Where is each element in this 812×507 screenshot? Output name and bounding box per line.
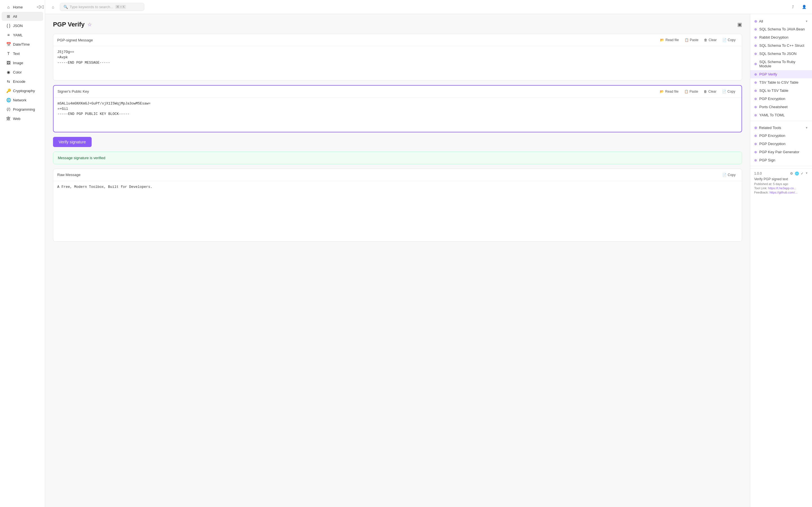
search-box[interactable]: 🔍 Type keywords to search... ⌘ + K — [60, 3, 144, 11]
signer-copy[interactable]: 📄 Copy — [720, 89, 738, 95]
layout-icon[interactable]: ▣ — [737, 21, 742, 27]
version-icon-3[interactable]: ✓ — [801, 172, 804, 175]
topbar-actions: ⤴ 👤 — [788, 3, 809, 11]
raw-message-copy[interactable]: 📄 Copy — [720, 172, 738, 178]
sidebar-item-web[interactable]: 🕸Web — [2, 114, 43, 123]
sidebar-item-datetime[interactable]: 📅Date/Time — [2, 40, 43, 49]
signer-clear[interactable]: 🗑 Clear — [702, 89, 719, 95]
read-file-icon: 📂 — [660, 38, 664, 42]
version-label: 1.0.0 — [754, 172, 762, 175]
read-file-label: Read file — [665, 38, 679, 42]
sidebar-label-home: Home — [13, 5, 23, 9]
sidebar-item-json[interactable]: { }JSON — [2, 21, 43, 30]
all-item[interactable]: ⊕SQL Schema To JSON — [750, 50, 812, 58]
related-item[interactable]: ⊕PGP Key Pair Generator — [750, 148, 812, 156]
signer-paste[interactable]: 📋 Paste — [682, 89, 701, 95]
sidebar-toggle[interactable]: ◁◁ — [37, 4, 43, 9]
related-section-header[interactable]: ⊕ Related Tools ▼ — [750, 123, 812, 131]
sidebar-item-yaml[interactable]: ≡YAML — [2, 31, 43, 40]
search-icon: 🔍 — [63, 5, 68, 9]
all-item[interactable]: ⊕PGP Verify — [750, 70, 812, 78]
all-section-header[interactable]: ⊕ All ▼ — [750, 16, 812, 25]
clear-icon: 🗑 — [704, 38, 707, 42]
pgp-message-panel: PGP-signed Message 📂 Read file 📋 Paste 🗑 — [53, 34, 742, 80]
feedback-label: Feedback: — [754, 191, 769, 194]
raw-message-actions: 📄 Copy — [720, 172, 738, 178]
pgp-message-header: PGP-signed Message 📂 Read file 📋 Paste 🗑 — [53, 34, 742, 46]
related-section-chevron: ▼ — [805, 126, 808, 129]
related-item-icon: ⊕ — [754, 150, 757, 154]
all-item-label: PGP Verify — [759, 72, 777, 76]
sidebar-item-programming[interactable]: ⟨/⟩Programming — [2, 105, 43, 114]
all-item[interactable]: ⊕Rabbit Decryption — [750, 33, 812, 41]
raw-message-label: Raw Message — [57, 173, 80, 177]
all-item[interactable]: ⊕PGP Encryption — [750, 95, 812, 103]
all-item[interactable]: ⊕YAML To TOML — [750, 111, 812, 119]
all-item-label: YAML To TOML — [759, 113, 784, 117]
all-item[interactable]: ⊕SQL Schema To C++ Struct — [750, 41, 812, 50]
tool-link[interactable]: https://t.he3app.co... — [768, 186, 797, 190]
raw-copy-label: Copy — [728, 173, 735, 177]
version-tool-link-row: Tool Link: https://t.he3app.co... — [754, 186, 808, 190]
signer-key-header: Signer's Public Key 📂 Read file 📋 Paste … — [54, 86, 742, 98]
version-icon-2[interactable]: 🌐 — [795, 172, 799, 175]
sidebar-icon-encode: ⇆ — [6, 79, 11, 83]
sidebar-label-color: Color — [13, 70, 22, 74]
related-item[interactable]: ⊕PGP Sign — [750, 156, 812, 164]
favorite-icon[interactable]: ☆ — [87, 21, 92, 27]
verify-button[interactable]: Verify signature — [53, 137, 92, 147]
all-item[interactable]: ⊕Ports Cheatsheet — [750, 103, 812, 111]
right-sidebar: ⊕ All ▼ ⊕SQL Schema To JAVA Bean⊕Rabbit … — [750, 14, 812, 507]
signer-read-file-icon: 📂 — [660, 90, 664, 94]
all-item-label: SQL Schema To C++ Struct — [759, 43, 804, 48]
user-button[interactable]: 👤 — [800, 3, 809, 11]
related-item[interactable]: ⊕PGP Decryption — [750, 140, 812, 148]
signer-key-input[interactable]: mSALlu4mGNXKmGJ+GuPf/xjX1I5WqjMpJa3owM5E… — [54, 98, 742, 131]
signer-copy-icon: 📄 — [722, 90, 726, 94]
signer-read-file[interactable]: 📂 Read file — [658, 89, 680, 95]
feedback-link[interactable]: https://github.com/... — [769, 191, 797, 194]
sidebar-divider — [750, 121, 812, 121]
sidebar-label-image: Image — [13, 61, 23, 65]
pgp-message-copy[interactable]: 📄 Copy — [720, 37, 738, 43]
tool-title-row: PGP Verify ☆ ▣ — [53, 21, 742, 28]
signer-clear-label: Clear — [708, 90, 716, 94]
sidebar-item-encode[interactable]: ⇆Encode — [2, 77, 43, 86]
version-icon-1[interactable]: ⚙ — [790, 172, 793, 175]
home-button[interactable]: ⌂ — [49, 3, 57, 11]
pgp-message-input[interactable]: JSj7Og== =Avpk -----END PGP MESSAGE----- — [53, 46, 742, 79]
sidebar-item-text[interactable]: TText — [2, 49, 43, 58]
pgp-message-clear[interactable]: 🗑 Clear — [702, 37, 719, 43]
all-section-icon: ⊕ — [754, 19, 757, 23]
related-items-list: ⊕PGP Encryption⊕PGP Decryption⊕PGP Key P… — [750, 131, 812, 164]
sidebar-icon-programming: ⟨/⟩ — [6, 107, 11, 112]
all-item-icon: ⊕ — [754, 89, 757, 93]
all-item[interactable]: ⊕SQL Schema To Ruby Module — [750, 58, 812, 70]
pgp-message-paste[interactable]: 📋 Paste — [682, 37, 701, 43]
sidebar-item-cryptography[interactable]: 🔑Cryptography — [2, 86, 43, 95]
all-item[interactable]: ⊕SQL Schema To JAVA Bean — [750, 25, 812, 33]
all-section-title: ⊕ All — [754, 19, 763, 23]
pgp-message-read-file[interactable]: 📂 Read file — [658, 37, 681, 43]
share-button[interactable]: ⤴ — [788, 3, 797, 11]
sidebar-item-network[interactable]: 🌐Network — [2, 96, 43, 105]
related-section-icon: ⊕ — [754, 126, 757, 130]
related-item[interactable]: ⊕PGP Encryption — [750, 131, 812, 140]
signer-clear-icon: 🗑 — [704, 90, 707, 94]
related-section-title: ⊕ Related Tools — [754, 126, 781, 130]
all-item[interactable]: ⊕SQL to TSV Table — [750, 87, 812, 95]
sidebar-item-color[interactable]: ◉Color — [2, 68, 43, 76]
pgp-message-label: PGP-signed Message — [57, 38, 93, 42]
all-item-icon: ⊕ — [754, 36, 757, 40]
version-published: Published at: 5 days ago — [754, 182, 808, 186]
related-item-label: PGP Key Pair Generator — [759, 150, 799, 154]
tool-link-label: Tool Link: — [754, 186, 767, 190]
sidebar-icon-image: 🖼 — [6, 61, 11, 65]
all-item-label: Rabbit Decryption — [759, 35, 788, 40]
signer-key-actions: 📂 Read file 📋 Paste 🗑 Clear 📄 — [658, 89, 738, 95]
raw-message-input[interactable]: A Free, Modern Toolbox, Built for Develo… — [53, 181, 742, 241]
sidebar-item-all[interactable]: ⊞All — [2, 12, 43, 21]
sidebar-icon-all: ⊞ — [6, 14, 11, 18]
sidebar-item-image[interactable]: 🖼Image — [2, 58, 43, 67]
all-item[interactable]: ⊕TSV Table to CSV Table — [750, 78, 812, 87]
